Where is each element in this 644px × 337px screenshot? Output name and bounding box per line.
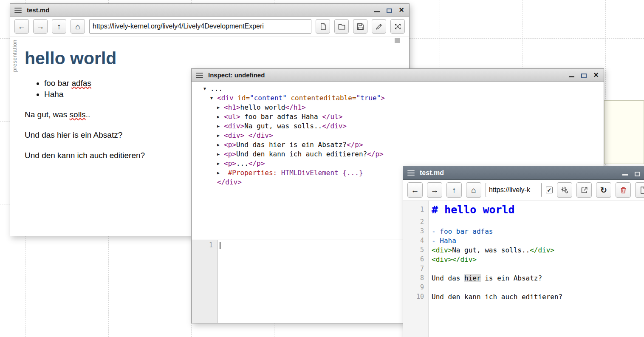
- auto-update-checkbox[interactable]: ✓: [546, 187, 553, 193]
- minimize-icon[interactable]: [374, 11, 380, 12]
- collapse-triangle-icon[interactable]: ▼: [210, 93, 217, 103]
- close-icon[interactable]: ×: [593, 71, 599, 79]
- delete-button[interactable]: [616, 182, 631, 198]
- line-number: 1: [403, 206, 429, 213]
- syntax-tag: </h1>: [285, 103, 306, 111]
- titlebar[interactable]: test.md ×: [10, 4, 409, 17]
- minimize-icon[interactable]: [622, 174, 628, 176]
- new-file-button[interactable]: [635, 182, 644, 198]
- window-markdown-editor: test.md × ← → ↑ ⌂ ✓ ↻: [403, 166, 644, 337]
- syntax-htmltag: </div>: [452, 255, 477, 263]
- syntax-prop: #Properties:: [224, 169, 281, 177]
- line-number: 5: [403, 246, 429, 254]
- syntax-plain: Na gut, was solls..: [452, 246, 530, 254]
- editor-line[interactable]: 4- Haha: [403, 236, 644, 245]
- menu-icon[interactable]: [14, 8, 22, 13]
- save-button[interactable]: [353, 19, 367, 34]
- partial-window-fragment[interactable]: [604, 100, 644, 164]
- line-number: 9: [403, 283, 429, 291]
- presentation-tab[interactable]: presentation: [11, 40, 18, 72]
- syntax-htmltag: <div>: [432, 255, 452, 263]
- inspector-node[interactable]: ▶<p>Und den kann ich auch editieren?</p>: [192, 150, 604, 159]
- syntax-attr: id=: [237, 94, 250, 102]
- markdown-editor[interactable]: 1# hello world23- foo bar adfas4- Haha5<…: [403, 201, 644, 337]
- syntax-htmltag: </div>: [530, 246, 554, 254]
- menu-icon[interactable]: [196, 73, 203, 78]
- syntax-tag: <p>: [224, 150, 236, 158]
- back-button[interactable]: ←: [14, 19, 29, 34]
- expand-triangle-icon[interactable]: ▶: [217, 140, 224, 150]
- line-number: 8: [403, 274, 429, 282]
- inspector-node[interactable]: ▶<p>Und das hier is ein Absatz?</p>: [192, 140, 604, 150]
- expand-triangle-icon[interactable]: ▶: [217, 159, 224, 168]
- browse-folder-button[interactable]: [334, 19, 349, 34]
- editor-line[interactable]: 9: [403, 283, 644, 292]
- syntax-plain: Und das: [432, 274, 464, 282]
- new-file-button[interactable]: [316, 19, 330, 34]
- code-line: - Haha: [429, 237, 456, 245]
- editor-line[interactable]: 8Und das hier is ein Absatz?: [403, 273, 644, 283]
- syntax-plain: Und den kann ich auch editieren?: [432, 293, 562, 301]
- titlebar[interactable]: Inspect: undefined ×: [192, 69, 604, 82]
- inspector-node[interactable]: ▼...: [192, 84, 604, 93]
- back-arrow-icon: ←: [411, 186, 419, 194]
- close-icon[interactable]: ×: [399, 6, 404, 14]
- syntax-htmltag: <div>: [432, 246, 452, 254]
- preview-heading[interactable]: hello world: [25, 48, 392, 68]
- menu-icon[interactable]: [407, 170, 415, 176]
- home-icon: ⌂: [75, 23, 80, 31]
- checkmark-icon: ✓: [547, 187, 552, 193]
- code-line: Und den kann ich auch editieren?: [429, 293, 562, 301]
- editor-line[interactable]: 10Und den kann ich auch editieren?: [403, 292, 644, 301]
- editor-line[interactable]: 1# hello world: [403, 202, 644, 217]
- line-number: 1: [192, 241, 213, 249]
- titlebar[interactable]: test.md ×: [403, 166, 644, 180]
- inspector-node[interactable]: ▶<div>Na gut, was solls..</div>: [192, 122, 604, 131]
- editor-line[interactable]: 2: [403, 217, 644, 227]
- expand-triangle-icon[interactable]: ▶: [217, 112, 224, 122]
- edit-button[interactable]: [372, 19, 386, 34]
- code-line: # hello world: [429, 204, 515, 216]
- editor-line[interactable]: 7: [403, 264, 644, 273]
- expand-button[interactable]: [390, 19, 405, 34]
- list-item-text: foo bar: [44, 79, 71, 88]
- syntax-list: - Haha: [432, 237, 456, 245]
- expand-triangle-icon[interactable]: ▶: [217, 103, 224, 112]
- maximize-icon[interactable]: [387, 8, 392, 13]
- url-input[interactable]: [486, 183, 542, 197]
- expand-triangle-icon[interactable]: ▶: [217, 168, 224, 178]
- settings-button[interactable]: [557, 182, 572, 198]
- expand-triangle-icon[interactable]: ▶: [217, 131, 224, 140]
- editor-line[interactable]: 5<div>Na gut, was solls..</div>: [403, 245, 644, 255]
- up-button[interactable]: ↑: [52, 19, 66, 34]
- home-button[interactable]: ⌂: [71, 19, 85, 34]
- expand-triangle-icon[interactable]: ▶: [217, 122, 224, 131]
- inspector-node[interactable]: ▼<div id="content" contenteditable="true…: [192, 93, 604, 103]
- collapse-triangle-icon[interactable]: ▼: [203, 84, 210, 93]
- forward-button[interactable]: →: [427, 182, 442, 198]
- maximize-icon[interactable]: [581, 74, 587, 78]
- reload-button[interactable]: ↻: [596, 182, 611, 198]
- back-arrow-icon: ←: [18, 23, 26, 31]
- window-controls: ×: [622, 166, 644, 179]
- line-number: 10: [403, 293, 429, 300]
- scrollbar-thumb[interactable]: [395, 38, 400, 43]
- home-button[interactable]: ⌂: [466, 182, 481, 198]
- syntax-tag: <p>: [224, 159, 236, 167]
- expand-triangle-icon[interactable]: ▶: [217, 150, 224, 159]
- up-button[interactable]: ↑: [446, 182, 462, 198]
- open-external-button[interactable]: [576, 182, 592, 198]
- url-input[interactable]: [89, 19, 311, 34]
- syntax-hl: hier: [464, 274, 481, 282]
- minimize-icon[interactable]: [569, 76, 574, 77]
- forward-button[interactable]: →: [33, 19, 48, 34]
- inspector-node[interactable]: ▶<ul> foo bar adfas Haha </ul>: [192, 112, 604, 122]
- inspector-node[interactable]: ▶<h1>hello world</h1>: [192, 103, 604, 112]
- maximize-icon[interactable]: [635, 172, 640, 176]
- syntax-val: "content": [250, 94, 287, 102]
- editor-line[interactable]: 3- foo bar adfas: [403, 227, 644, 236]
- back-button[interactable]: ←: [407, 182, 423, 198]
- markdown-editor-lines: 1# hello world23- foo bar adfas4- Haha5<…: [403, 202, 644, 301]
- editor-line[interactable]: 6<div></div>: [403, 255, 644, 264]
- inspector-node[interactable]: ▶<div> </div>: [192, 131, 604, 140]
